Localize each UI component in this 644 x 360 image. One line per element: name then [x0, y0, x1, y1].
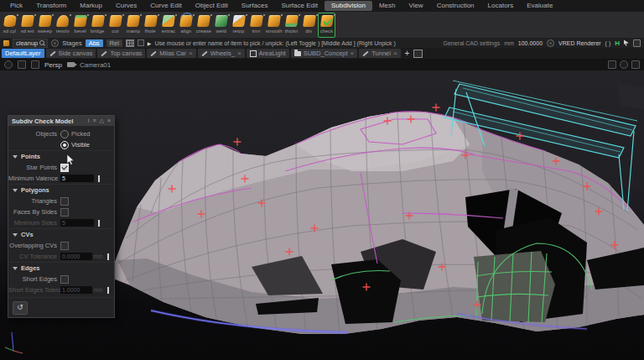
braces-icon[interactable]: ( )	[605, 40, 611, 46]
tool-crease[interactable]: crease	[195, 13, 212, 38]
tool-fill-hole[interactable]: fhole	[142, 13, 159, 38]
view-option-icon-1[interactable]	[608, 60, 616, 69]
tool-thicken[interactable]: thickn	[283, 13, 300, 38]
scale-value[interactable]: 100.0000	[518, 40, 543, 46]
polygons-section-header[interactable]: Polygons	[8, 184, 114, 196]
view-grid-icon[interactable]	[31, 60, 39, 69]
layer-tab-subd-concept[interactable]: SUBD_Concept×	[291, 49, 358, 58]
close-icon[interactable]: ×	[351, 50, 355, 57]
menu-tab-surface-edit[interactable]: Surface Edit	[274, 1, 325, 11]
dialog-title-bar[interactable]: Subdiv Check Model i ≡ △ ×	[8, 116, 114, 126]
tool-align[interactable]: align	[177, 13, 195, 38]
scene-node-icon[interactable]	[633, 39, 641, 47]
tool-retopo[interactable]: retop	[230, 13, 247, 38]
pin-icon[interactable]: i	[88, 117, 90, 124]
tool-trim[interactable]: trim	[247, 13, 265, 38]
faces-by-sides-checkbox[interactable]	[60, 208, 69, 217]
close-icon[interactable]: ×	[189, 50, 193, 57]
view-target-icon[interactable]	[4, 60, 13, 69]
tool-smooth[interactable]: smooth	[265, 13, 283, 38]
tool-label: weld	[216, 29, 226, 34]
view-option-icon-3[interactable]	[631, 60, 640, 69]
reset-button[interactable]: ↺	[13, 301, 28, 315]
add-tab-button[interactable]: +	[402, 50, 413, 58]
layer-tab-tunnel[interactable]: Tunnel×	[359, 49, 400, 58]
camera-name[interactable]: Camera01	[80, 61, 111, 69]
tool-divide[interactable]: div	[300, 13, 318, 38]
picked-radio[interactable]	[60, 130, 69, 138]
menu-tab-curve-edit[interactable]: Curve Edit	[143, 1, 188, 11]
pointer-mode-icon[interactable]	[624, 40, 629, 46]
menu-tab-view[interactable]: View	[402, 1, 429, 11]
grid-snap-button[interactable]	[126, 39, 134, 47]
tool-check-model[interactable]: check	[318, 13, 335, 38]
tool-sd-cylinder[interactable]: sd cyl	[1, 13, 18, 38]
min-valence-slider[interactable]	[96, 175, 106, 182]
triangles-checkbox[interactable]	[60, 197, 69, 206]
crease-icon	[197, 15, 210, 27]
units-label[interactable]: mm	[504, 40, 514, 46]
tool-search-input[interactable]: cleanup	[13, 39, 48, 48]
menu-tab-mesh[interactable]: Mesh	[372, 1, 402, 11]
tool-manip[interactable]: manip	[124, 13, 142, 38]
short-edges-checkbox[interactable]	[60, 275, 69, 284]
menu-icon[interactable]: ≡	[92, 117, 96, 124]
menu-tab-construction[interactable]: Construction	[430, 1, 481, 11]
layer-tab-wheels[interactable]: Wheels_×	[198, 49, 245, 58]
view-lock-icon[interactable]	[18, 60, 26, 69]
overlapping-cvs-row: Overlapping CVs	[8, 240, 114, 251]
menu-tab-curves[interactable]: Curves	[109, 1, 143, 11]
menu-tab-pick[interactable]: Pick	[3, 1, 29, 11]
menu-tab-object-edit[interactable]: Object Edit	[189, 1, 235, 11]
tool-cut[interactable]: cut	[106, 13, 124, 38]
overlapping-cvs-label: Overlapping CVs	[8, 242, 60, 249]
overlapping-cvs-checkbox[interactable]	[60, 242, 69, 250]
star-points-label: Star Points	[8, 164, 60, 171]
tool-bridge[interactable]: bridge	[89, 13, 106, 38]
tool-label: manip	[126, 29, 139, 34]
layer-tab-side-canvas[interactable]: Side canvas	[46, 49, 96, 58]
tool-bevel[interactable]: bevel	[71, 13, 89, 38]
view-name[interactable]: Persp	[44, 61, 62, 69]
bevel-icon	[74, 15, 87, 27]
panel-list-icon[interactable]	[413, 50, 423, 58]
tool-extract[interactable]: extrac	[159, 13, 177, 38]
cv-tolerance-unit: mm	[94, 253, 103, 259]
layer-tab-defaultlayer[interactable]: DefaultLayer	[2, 49, 44, 58]
short-edges-tolerance-unit: mm	[94, 287, 103, 293]
hdr-badge[interactable]: H	[615, 39, 620, 47]
menu-tab-evaluate[interactable]: Evaluate	[520, 1, 559, 11]
control-bar-right: General CAD settings mm 100.0000 VRED Re…	[443, 39, 641, 47]
layer-tab-arealight[interactable]: AreaLight	[247, 49, 289, 58]
detach-icon[interactable]: △	[100, 117, 104, 124]
abs-toggle-button[interactable]: Abs	[86, 39, 103, 47]
close-icon[interactable]: ×	[107, 117, 111, 124]
option-checkbox[interactable]	[138, 39, 144, 46]
menu-tab-markup[interactable]: Markup	[73, 1, 109, 11]
tool-sd-extrude[interactable]: sd ext	[18, 13, 36, 38]
layer-tab-top-canvas[interactable]: Top canvas	[97, 49, 145, 58]
cvs-section-header[interactable]: CVs	[8, 228, 114, 240]
points-section-header[interactable]: Points	[8, 150, 114, 162]
rel-toggle-button[interactable]: Rel	[106, 39, 122, 47]
cad-settings-button[interactable]: General CAD settings	[443, 40, 500, 46]
points-header-label: Points	[21, 153, 40, 160]
min-valence-field[interactable]: 5	[60, 175, 94, 182]
view-option-icon-2[interactable]	[620, 60, 628, 69]
dialog-title: Subdiv Check Model	[12, 117, 73, 125]
edges-section-header[interactable]: Edges	[8, 262, 114, 274]
tool-sweep[interactable]: sweep	[36, 13, 54, 38]
tool-weld[interactable]: weld	[212, 13, 230, 38]
stages-button[interactable]: Stages	[62, 39, 81, 47]
menu-tab-transform[interactable]: Transform	[29, 1, 73, 11]
layer-tab-milas-car[interactable]: Milas Car×	[147, 49, 195, 58]
renderer-selector[interactable]: VRED Renderer	[558, 40, 601, 46]
menu-tab-subdivision[interactable]: Subdivision	[325, 1, 372, 11]
close-icon[interactable]: ×	[237, 50, 242, 57]
tool-revolve[interactable]: revolv	[54, 13, 71, 38]
close-icon[interactable]: ×	[393, 50, 397, 57]
menu-tab-surfaces[interactable]: Surfaces	[235, 1, 275, 11]
menu-tab-locators[interactable]: Locators	[481, 1, 521, 11]
min-sides-field: 5	[60, 219, 94, 227]
visible-radio[interactable]	[60, 141, 69, 149]
